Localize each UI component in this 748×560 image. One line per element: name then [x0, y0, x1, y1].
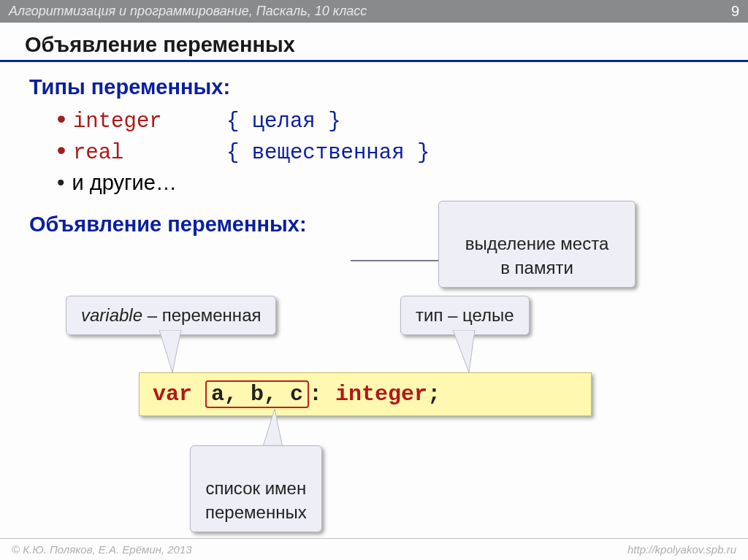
others-text: и другие…: [72, 171, 177, 195]
callout-names: список имен переменных: [190, 445, 322, 532]
code-var-keyword: var: [153, 382, 192, 407]
callout-text: тип – целые: [416, 305, 514, 325]
callout-text: – переменная: [142, 305, 261, 325]
callout-memory: выделение места в памяти: [438, 201, 636, 288]
code-vars-box: a, b, c: [205, 380, 309, 408]
code-type: integer: [335, 382, 427, 407]
type-keyword: real: [73, 141, 124, 165]
footer-copyright: © К.Ю. Поляков, Е.А. Ерёмин, 2013: [12, 543, 192, 556]
types-heading: Типы переменных:: [29, 75, 723, 99]
header-bar: Алгоритмизация и программирование, Паска…: [0, 0, 748, 23]
callout-text: выделение места в памяти: [465, 234, 609, 277]
type-comment: { целая }: [226, 110, 341, 134]
type-comment: { вещественная }: [226, 141, 430, 165]
slide-content: Объявление переменных Типы переменных: •…: [0, 23, 748, 237]
callout-text: список имен переменных: [205, 478, 307, 521]
code-colon: :: [309, 382, 322, 407]
title-underline: [0, 60, 748, 62]
type-row-integer: • integer { целая }: [57, 108, 723, 134]
svg-marker-0: [159, 330, 181, 372]
footer-url: http://kpolyakov.spb.ru: [627, 543, 736, 556]
bullet-icon: •: [57, 142, 66, 157]
bullet-icon: •: [57, 175, 65, 190]
bullet-icon: •: [57, 111, 66, 126]
type-keyword: integer: [73, 110, 162, 134]
course-label: Алгоритмизация и программирование, Паска…: [9, 4, 367, 19]
footer: © К.Ю. Поляков, Е.А. Ерёмин, 2013 http:/…: [0, 538, 748, 560]
svg-marker-1: [453, 330, 475, 372]
callout-italic: variable: [81, 305, 142, 325]
callout-tail-icon: [453, 330, 482, 374]
callout-tail-icon: [159, 330, 188, 374]
code-vars: a, b, c: [211, 382, 303, 407]
slide-title: Объявление переменных: [25, 33, 723, 57]
connector-line: [351, 260, 446, 261]
page-number: 9: [731, 3, 739, 20]
code-box: var a, b, c: integer;: [139, 372, 592, 416]
type-row-others: • и другие…: [57, 171, 723, 195]
code-semi: ;: [427, 382, 440, 407]
type-row-real: • real { вещественная }: [57, 139, 723, 165]
